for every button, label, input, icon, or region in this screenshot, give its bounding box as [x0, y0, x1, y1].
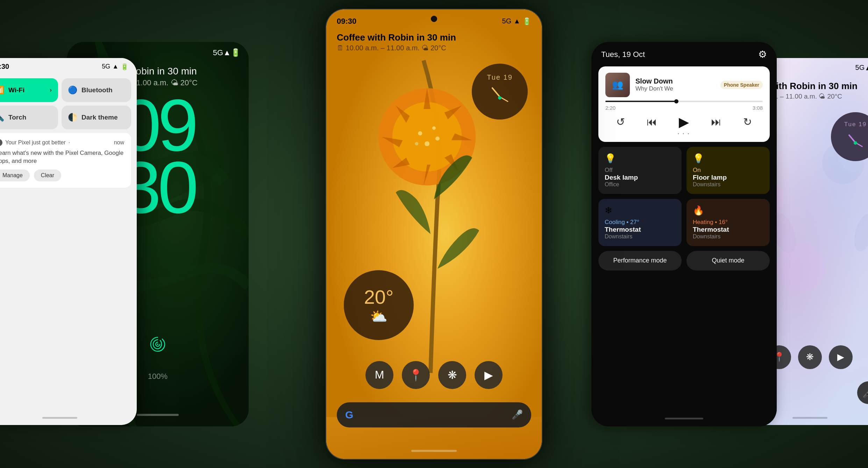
clock-second-dot — [498, 96, 501, 100]
phone1-statusbar: 09:30 5G ▲ 🔋 — [0, 58, 137, 75]
dark-theme-tile[interactable]: 🌓 Dark theme — [62, 106, 131, 129]
phone1-time: 09:30 — [0, 63, 9, 71]
floor-lamp-name: Floor lamp — [693, 174, 763, 181]
phone4-homebar — [665, 418, 703, 419]
notif-body: Learn what's new with the Pixel Camera, … — [0, 149, 124, 166]
replay-icon[interactable]: ↺ — [616, 116, 625, 128]
clock-widget: Tue 19 — [472, 64, 528, 120]
music-time-total: 3:08 — [753, 105, 763, 111]
notif-separator: · — [69, 139, 70, 146]
phone5-fan-icon[interactable]: ❋ — [798, 345, 822, 369]
weather-widget: 20° ⛅ — [344, 270, 414, 340]
desk-lamp-tile[interactable]: 💡 Off Desk lamp Office — [598, 147, 682, 194]
phone2-statusbar: 5G ▲🔋 — [67, 48, 249, 57]
clock-face — [486, 81, 514, 109]
svg-point-5 — [418, 131, 422, 135]
notif-actions: Manage Clear — [0, 170, 124, 181]
youtube-icon[interactable]: ▶ — [475, 361, 503, 389]
performance-mode-button[interactable]: Performance mode — [598, 251, 682, 271]
notif-time: now — [114, 139, 124, 146]
torch-tile[interactable]: 🔦 Torch — [0, 106, 58, 129]
settings-icon[interactable]: ⚙ — [758, 49, 767, 60]
phone2-battery-percent: 100% — [148, 372, 168, 381]
center-event-sub: 🗓 10.00 a.m. – 11.00 a.m. 🌤 20°C — [337, 44, 456, 52]
bluetooth-tile[interactable]: 🔵 Bluetooth — [62, 78, 131, 102]
phone4-date: Tues, 19 Oct — [601, 50, 645, 59]
music-progress-fill — [605, 101, 676, 102]
dark-theme-label: Dark theme — [81, 114, 118, 121]
phone5-youtube-icon[interactable]: ▶ — [829, 345, 853, 369]
svg-point-2 — [157, 344, 158, 345]
album-art: 👥 — [605, 73, 630, 97]
maps-symbol: 📍 — [409, 368, 423, 382]
music-card: 👥 Slow Down Why Don't We Phone Speaker 2… — [598, 66, 770, 142]
music-indicators: • • • — [605, 132, 763, 136]
center-event: Coffee with Robin in 30 min 🗓 10.00 a.m.… — [337, 32, 456, 52]
weather-temp: 20° — [364, 286, 394, 308]
phone2-homebar — [137, 414, 179, 416]
music-times: 2:20 3:08 — [605, 105, 763, 111]
phone1-status-icons: 5G ▲ 🔋 — [102, 63, 128, 71]
gmail-symbol: M — [375, 368, 384, 381]
heat-status: Heating • 16° — [693, 219, 728, 225]
clear-button[interactable]: Clear — [34, 170, 61, 181]
google-search-bar[interactable]: G 🎤 — [337, 402, 531, 427]
gmail-icon[interactable]: M — [365, 361, 393, 389]
phone5-signal: 5G — [855, 64, 865, 72]
signal-icon: 5G — [102, 63, 110, 70]
phone5-homebar — [792, 417, 827, 419]
torch-label: Torch — [8, 114, 26, 121]
phone5-clock-face — [843, 128, 868, 152]
prev-icon[interactable]: ⏮ — [647, 116, 657, 128]
floor-lamp-location: Downstairs — [693, 181, 763, 188]
thermostat-heat-tile[interactable]: 🔥 Heating • 16° Thermostat Downstairs — [686, 199, 770, 246]
google-g-logo: G — [345, 409, 353, 421]
pixel-icon — [0, 139, 2, 146]
phone2-signal-icon: ▲🔋 — [223, 48, 240, 57]
svg-point-8 — [415, 142, 418, 145]
manage-button[interactable]: Manage — [0, 170, 30, 181]
wifi-icon: 📶 — [0, 86, 4, 95]
svg-point-9 — [435, 136, 440, 141]
weather-icon: ⛅ — [370, 308, 387, 325]
center-signal-icon: ▲ — [513, 17, 520, 25]
play-icon[interactable]: ▶ — [679, 114, 689, 130]
cool-thermostat-location: Downstairs — [605, 233, 675, 240]
wifi-tile[interactable]: 📶 Wi-Fi › — [0, 78, 58, 102]
maps-icon[interactable]: 📍 — [402, 361, 430, 389]
phone5-mic-icon: 🎤 — [862, 387, 868, 398]
music-artist: Why Don't We — [635, 85, 715, 92]
heat-thermostat-name: Thermostat — [693, 226, 763, 233]
floor-lamp-status: On — [693, 167, 701, 173]
fan-icon[interactable]: ❋ — [438, 361, 466, 389]
center-5g: 5G — [502, 17, 512, 25]
floor-lamp-tile[interactable]: 💡 On Floor lamp Downstairs — [686, 147, 770, 194]
phone1-homebar — [42, 417, 77, 419]
signal-bars-icon: ▲ — [112, 63, 119, 70]
smart-home-tiles: 💡 Off Desk lamp Office 💡 On Floor lamp D… — [598, 147, 770, 246]
quiet-mode-button[interactable]: Quiet mode — [686, 251, 770, 271]
phone4-statusbar: Tues, 19 Oct ⚙ — [591, 42, 777, 63]
music-time-current: 2:20 — [605, 105, 616, 111]
bluetooth-label: Bluetooth — [81, 86, 113, 94]
next-icon[interactable]: ⏭ — [711, 116, 721, 128]
album-art-emoji: 👥 — [612, 79, 623, 90]
heat-icon: 🔥 — [693, 205, 763, 216]
music-info: Slow Down Why Don't We — [635, 77, 715, 92]
speaker-badge: Phone Speaker — [720, 81, 763, 89]
fan-symbol: ❋ — [448, 368, 457, 382]
battery-icon: 🔋 — [121, 63, 128, 71]
forward-icon[interactable]: ↻ — [743, 116, 752, 128]
fingerprint-icon[interactable] — [147, 336, 168, 357]
thermostat-cool-tile[interactable]: ❄ Cooling • 27° Thermostat Downstairs — [598, 199, 682, 246]
clock-hour-hand — [491, 87, 500, 97]
cool-thermostat-name: Thermostat — [605, 226, 675, 233]
center-battery-icon: 🔋 — [522, 17, 531, 26]
music-progress-bar[interactable] — [605, 101, 763, 102]
mode-buttons: Performance mode Quiet mode — [598, 251, 770, 271]
mic-icon[interactable]: 🎤 — [512, 409, 523, 420]
desk-lamp-name: Desk lamp — [605, 174, 675, 181]
desk-lamp-icon: 💡 — [605, 153, 675, 164]
center-homebar — [411, 450, 457, 452]
music-progress-dot — [674, 99, 678, 103]
